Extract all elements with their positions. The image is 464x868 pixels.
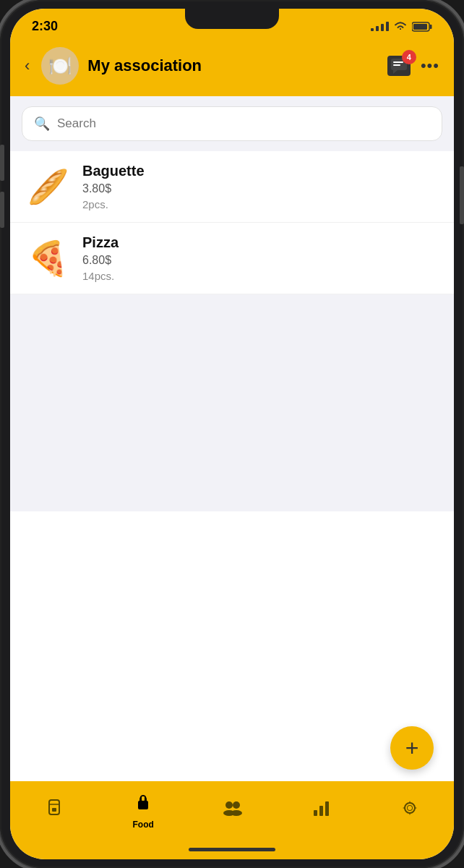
power-btn bbox=[460, 166, 464, 224]
phone-frame: 2:30 ‹ 🍽️ bbox=[0, 0, 464, 868]
phone-screen: 2:30 ‹ 🍽️ bbox=[10, 9, 454, 859]
svg-rect-9 bbox=[138, 801, 148, 809]
members-icon bbox=[222, 800, 242, 820]
search-icon: 🔍 bbox=[34, 116, 50, 132]
svg-point-14 bbox=[231, 810, 242, 816]
more-button[interactable]: ••• bbox=[421, 56, 439, 75]
svg-rect-17 bbox=[325, 801, 329, 816]
item-image-pizza: 🍕 bbox=[25, 235, 71, 281]
drinks-icon bbox=[46, 799, 63, 822]
bottom-nav: Food bbox=[10, 781, 454, 839]
svg-point-11 bbox=[225, 801, 233, 809]
item-info-pizza: Pizza 6.80$ 14pcs. bbox=[82, 234, 119, 282]
search-container: 🔍 bbox=[10, 96, 454, 151]
item-price: 6.80$ bbox=[82, 254, 119, 267]
svg-rect-8 bbox=[52, 808, 56, 812]
item-qty: 14pcs. bbox=[82, 270, 119, 282]
svg-point-20 bbox=[408, 806, 412, 810]
food-list: 🥖 Baguette 3.80$ 2pcs. 🍕 Pizza 6.80$ 14p… bbox=[10, 151, 454, 781]
svg-rect-2 bbox=[413, 24, 427, 30]
item-info-baguette: Baguette 3.80$ 2pcs. bbox=[82, 163, 145, 210]
back-button[interactable]: ‹ bbox=[22, 54, 33, 78]
item-qty: 2pcs. bbox=[82, 198, 145, 210]
svg-rect-10 bbox=[142, 796, 145, 801]
nav-label-food: Food bbox=[133, 820, 154, 830]
page-title: My association bbox=[87, 56, 379, 75]
empty-space bbox=[10, 294, 454, 511]
status-time: 2:30 bbox=[32, 19, 58, 34]
search-input[interactable] bbox=[57, 116, 430, 131]
svg-rect-15 bbox=[314, 810, 317, 816]
status-icons bbox=[371, 21, 432, 32]
nav-item-stats[interactable] bbox=[276, 800, 365, 823]
search-box: 🔍 bbox=[22, 106, 442, 141]
list-item[interactable]: 🍕 Pizza 6.80$ 14pcs. bbox=[10, 223, 454, 294]
item-name: Pizza bbox=[82, 234, 119, 251]
svg-point-12 bbox=[233, 801, 240, 809]
header-actions: 4 ••• bbox=[387, 56, 439, 76]
avatar: 🍽️ bbox=[41, 47, 79, 85]
header: ‹ 🍽️ My association 4 bbox=[10, 40, 454, 96]
home-indicator bbox=[10, 839, 454, 859]
volume-down-btn bbox=[0, 192, 4, 228]
svg-rect-1 bbox=[430, 25, 432, 29]
item-image-baguette: 🥖 bbox=[25, 163, 71, 210]
item-name: Baguette bbox=[82, 163, 145, 179]
signal-icon bbox=[371, 22, 389, 31]
nav-item-food[interactable]: Food bbox=[99, 793, 188, 830]
svg-rect-4 bbox=[393, 61, 403, 63]
add-icon: + bbox=[405, 735, 419, 762]
list-item[interactable]: 🥖 Baguette 3.80$ 2pcs. bbox=[10, 151, 454, 223]
battery-icon bbox=[412, 22, 432, 32]
nav-item-settings[interactable] bbox=[365, 799, 454, 824]
settings-icon bbox=[401, 799, 418, 821]
svg-rect-16 bbox=[319, 806, 323, 816]
wifi-icon bbox=[393, 21, 408, 32]
notch bbox=[185, 9, 279, 29]
nav-item-members[interactable] bbox=[188, 800, 277, 823]
messages-button[interactable]: 4 bbox=[387, 56, 411, 76]
svg-rect-6 bbox=[49, 800, 59, 814]
item-price: 3.80$ bbox=[82, 182, 145, 195]
add-button[interactable]: + bbox=[390, 726, 434, 770]
volume-up-btn bbox=[0, 145, 4, 181]
svg-rect-5 bbox=[393, 64, 400, 66]
stats-icon bbox=[312, 800, 330, 820]
message-badge: 4 bbox=[402, 50, 416, 64]
food-icon bbox=[134, 793, 152, 817]
nav-item-drinks[interactable] bbox=[10, 799, 99, 825]
home-bar bbox=[189, 848, 275, 851]
